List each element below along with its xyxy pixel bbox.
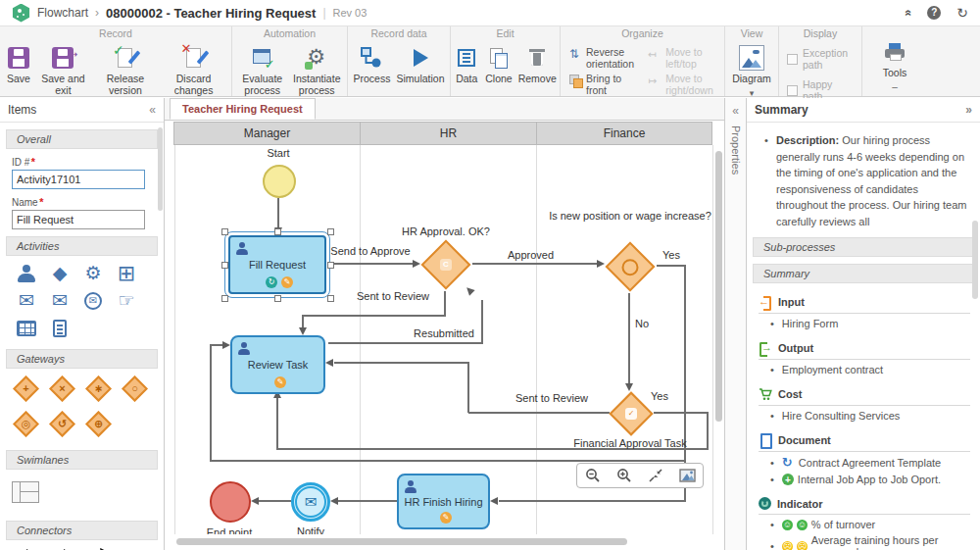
flow-edge[interactable] bbox=[628, 293, 630, 383]
exception-path-checkbox[interactable] bbox=[787, 54, 798, 65]
flow-edge[interactable] bbox=[210, 344, 212, 462]
zoom-in-icon[interactable] bbox=[615, 467, 633, 484]
expand-properties-icon[interactable]: « bbox=[725, 104, 746, 118]
save-and-exit-button[interactable]: Save and exit bbox=[35, 43, 91, 98]
edge-label: Sent to Review bbox=[339, 290, 447, 302]
flow-edge[interactable] bbox=[468, 412, 610, 414]
collapse-ribbon-icon[interactable] bbox=[902, 10, 915, 17]
remove-button[interactable]: Remove bbox=[516, 43, 559, 86]
flow-edge[interactable] bbox=[467, 362, 469, 413]
task-hr-finish[interactable]: HR Finish Hiring bbox=[397, 474, 490, 529]
section-subprocesses: Sub-processes bbox=[753, 237, 974, 257]
grid-table-icon[interactable] bbox=[10, 315, 43, 342]
refresh-icon[interactable] bbox=[956, 5, 968, 21]
zoom-out-icon[interactable] bbox=[584, 467, 602, 484]
flow-edge[interactable] bbox=[338, 500, 397, 502]
lane-border bbox=[712, 145, 713, 534]
vertical-scrollbar[interactable] bbox=[715, 151, 722, 422]
instantiate-process-button[interactable]: Instantiate process bbox=[291, 43, 344, 98]
remove-icon bbox=[524, 45, 550, 71]
section-swimlanes: Swimlanes bbox=[6, 450, 158, 470]
save-button[interactable]: Save bbox=[4, 43, 33, 86]
flow-edge[interactable] bbox=[328, 342, 483, 344]
gateway-hr-approval[interactable] bbox=[421, 240, 471, 290]
evaluate-process-button[interactable]: Evaluate process bbox=[236, 43, 289, 98]
script-icon[interactable] bbox=[43, 315, 76, 342]
hand-icon[interactable]: ☞ bbox=[110, 287, 143, 315]
simulation-button[interactable]: Simulation bbox=[394, 43, 446, 86]
move-to-left-top-button[interactable]: Move to left/top bbox=[648, 47, 716, 70]
happy-path-checkbox[interactable] bbox=[787, 85, 798, 96]
flow-edge[interactable] bbox=[472, 263, 597, 265]
diagram-button[interactable]: Diagram bbox=[730, 43, 773, 100]
flow-edge[interactable] bbox=[277, 198, 279, 227]
move-to-right-down-button[interactable]: Move to right/down bbox=[648, 74, 716, 96]
image-export-icon[interactable] bbox=[678, 467, 696, 484]
diagram-dropdown-caret bbox=[750, 86, 755, 98]
start-event-node[interactable] bbox=[263, 165, 296, 198]
person-task-icon[interactable] bbox=[10, 260, 43, 287]
flow-edge[interactable] bbox=[657, 265, 686, 267]
section-connectors: Connectors bbox=[6, 521, 158, 540]
flow-edge[interactable] bbox=[328, 263, 413, 265]
task-review[interactable]: Review Task bbox=[230, 335, 325, 394]
help-icon[interactable] bbox=[927, 6, 941, 20]
collapse-panel-icon[interactable]: « bbox=[149, 103, 156, 117]
flow-edge[interactable] bbox=[259, 500, 291, 502]
fit-view-icon[interactable] bbox=[647, 467, 664, 484]
gateway-double-circle-icon[interactable] bbox=[13, 411, 39, 437]
gateway-star-icon[interactable] bbox=[85, 375, 112, 402]
plus-square-icon[interactable]: ⊞ bbox=[110, 260, 143, 287]
gateway-financial-approval[interactable] bbox=[609, 391, 653, 435]
release-version-button[interactable]: Release version bbox=[93, 43, 158, 98]
flow-edge[interactable] bbox=[654, 412, 709, 414]
diamond-activity-icon[interactable]: ◆ bbox=[43, 260, 76, 287]
sidebar-scrollbar[interactable] bbox=[158, 127, 163, 211]
lane-header-manager[interactable]: Manager bbox=[173, 122, 361, 145]
gateway-x-icon[interactable] bbox=[49, 375, 75, 402]
flow-edge[interactable] bbox=[276, 398, 278, 450]
swimlane-grid-icon[interactable] bbox=[12, 481, 39, 503]
discard-changes-button[interactable]: Discard changes bbox=[160, 43, 227, 98]
flow-edge[interactable] bbox=[302, 315, 304, 327]
arrowhead-icon bbox=[325, 359, 333, 367]
end-event-node[interactable] bbox=[210, 481, 251, 523]
flow-edge[interactable] bbox=[210, 460, 686, 462]
revision-label: Rev 03 bbox=[333, 7, 368, 19]
tools-button[interactable]: Tools bbox=[880, 37, 909, 94]
gateway-plus-icon[interactable] bbox=[13, 375, 39, 402]
lane-header-finance[interactable]: Finance bbox=[536, 122, 712, 145]
breadcrumb-app[interactable]: Flowchart bbox=[37, 6, 88, 20]
gateway-new-position[interactable] bbox=[606, 242, 656, 292]
id-input[interactable] bbox=[12, 170, 145, 189]
task-fill-request[interactable]: Fill Request bbox=[228, 235, 326, 294]
open-envelope-icon[interactable]: ✉ bbox=[43, 287, 76, 315]
gateway-badge-icon bbox=[625, 408, 637, 420]
gear-service-icon[interactable]: ⚙ bbox=[76, 260, 110, 287]
reverse-orientation-button[interactable]: Reverse orientation bbox=[568, 47, 640, 70]
notify-message-event[interactable] bbox=[291, 482, 330, 522]
summary-panel: Summary » Description: Our hiring proces… bbox=[747, 98, 980, 550]
lane-header-hr[interactable]: HR bbox=[360, 122, 537, 145]
data-button[interactable]: Data bbox=[452, 43, 481, 86]
gateway-plus-circle-icon[interactable] bbox=[85, 411, 112, 437]
gateway-circle-icon[interactable] bbox=[122, 375, 148, 402]
diagram-tab[interactable]: Teacher Hiring Request bbox=[170, 98, 316, 120]
envelope-icon[interactable]: ✉ bbox=[10, 287, 43, 315]
summary-scrollbar[interactable] bbox=[972, 221, 978, 299]
flow-edge[interactable] bbox=[499, 500, 686, 502]
envelope-circle-icon[interactable] bbox=[76, 287, 110, 315]
process-button[interactable]: Process bbox=[352, 43, 393, 86]
bring-to-front-button[interactable]: Bring to front bbox=[568, 74, 640, 96]
horizontal-scrollbar[interactable] bbox=[176, 538, 627, 545]
flow-edge[interactable] bbox=[302, 315, 446, 317]
properties-tab[interactable]: Properties bbox=[730, 125, 742, 175]
diagram-icon bbox=[739, 45, 764, 71]
gateway-loop-icon[interactable] bbox=[49, 411, 75, 437]
expand-panel-icon[interactable]: » bbox=[965, 103, 972, 117]
flow-edge[interactable] bbox=[334, 362, 468, 364]
timer-badge-icon bbox=[266, 276, 277, 288]
titlebar: Flowchart › 08000002 - Teacher Hiring Re… bbox=[0, 0, 980, 26]
name-input[interactable] bbox=[12, 210, 145, 229]
clone-button[interactable]: Clone bbox=[483, 43, 514, 86]
